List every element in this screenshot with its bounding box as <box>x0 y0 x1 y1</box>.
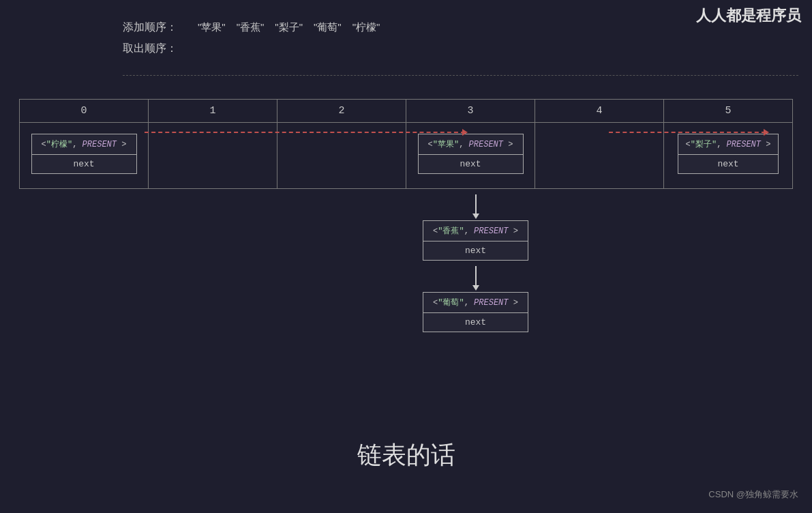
remove-order-label: 取出顺序： <box>123 42 184 56</box>
hash-index-3: 3 <box>406 100 535 123</box>
node-grape-present: PRESENT <box>474 298 508 308</box>
node-top-banana: <"香蕉", PRESENT > <box>423 221 528 241</box>
add-item-3: "葡萄" <box>314 21 342 34</box>
node-0-str: "柠檬" <box>46 140 72 149</box>
add-order-label: 添加顺序： <box>123 20 184 35</box>
hash-index-4: 4 <box>535 100 663 123</box>
hash-cell-content-0: <"柠檬", PRESENT > next <box>20 123 148 184</box>
add-order-row: 添加顺序： "苹果" "香蕉" "梨子" "葡萄" "柠檬" <box>123 20 380 35</box>
logo-text: 人人都是程序员 <box>696 5 801 26</box>
node-next-banana: next <box>423 241 528 260</box>
hash-cell-1: 1 <box>149 100 277 188</box>
node-top-grape: <"葡萄", PRESENT > <box>423 293 528 313</box>
node-next-grape: next <box>423 313 528 332</box>
hash-index-5: 5 <box>664 100 792 123</box>
hash-cell-3: 3 <"苹果", PRESENT > next <box>406 100 535 188</box>
node-top-3: <"苹果", PRESENT > <box>419 134 523 155</box>
add-item-1: "香蕉" <box>237 21 265 34</box>
hash-cell-2: 2 <box>277 100 406 188</box>
add-item-0: "苹果" <box>198 21 226 34</box>
node-3-present: PRESENT <box>469 140 503 149</box>
node-box-grape: <"葡萄", PRESENT > next <box>423 292 528 332</box>
hash-index-0: 0 <box>20 100 148 123</box>
add-order-items: "苹果" "香蕉" "梨子" "葡萄" "柠檬" <box>198 21 380 34</box>
divider-line <box>123 75 798 76</box>
order-section: 添加顺序： "苹果" "香蕉" "梨子" "葡萄" "柠檬" 取出顺序： <box>123 20 380 63</box>
node-next-5: next <box>678 155 778 173</box>
node-next-0: next <box>32 155 136 173</box>
hash-cell-4: 4 <box>535 100 664 188</box>
vertical-chain: <"香蕉", PRESENT > next <"葡萄", PRESENT > n… <box>423 194 528 332</box>
h-arrowhead-3-to-5 <box>764 129 769 136</box>
node-box-5: <"梨子", PRESENT > next <box>678 134 779 174</box>
node-5-str: "梨子" <box>691 140 717 149</box>
v-arrow-1 <box>475 194 477 215</box>
node-top-0: <"柠檬", PRESENT > <box>32 134 136 155</box>
node-box-3: <"苹果", PRESENT > next <box>418 134 524 174</box>
node-5-present: PRESENT <box>727 140 761 149</box>
hash-index-1: 1 <box>149 100 277 123</box>
bottom-credit: CSDN @独角鲸需要水 <box>708 488 798 501</box>
node-grape-str: "葡萄" <box>438 298 464 308</box>
add-item-4: "柠檬" <box>352 21 380 34</box>
v-arrow-2 <box>475 266 477 287</box>
node-banana-str: "香蕉" <box>438 226 464 236</box>
hash-cell-5: 5 <"梨子", PRESENT > next <box>664 100 792 188</box>
hash-cell-0: 0 <"柠檬", PRESENT > next <box>20 100 149 188</box>
bottom-title: 链表的话 <box>0 439 812 472</box>
node-box-banana: <"香蕉", PRESENT > next <box>423 220 528 261</box>
h-arrow-3-to-5 <box>609 132 766 133</box>
remove-order-row: 取出顺序： <box>123 42 380 56</box>
node-next-3: next <box>419 155 523 173</box>
node-box-0: <"柠檬", PRESENT > next <box>31 134 137 174</box>
add-item-2: "梨子" <box>275 21 303 34</box>
hash-index-2: 2 <box>277 100 406 123</box>
node-3-str: "苹果" <box>433 140 459 149</box>
node-banana-present: PRESENT <box>474 226 508 236</box>
h-arrow-0-to-3 <box>145 132 465 133</box>
h-arrowhead-0-to-3 <box>462 129 468 136</box>
node-top-5: <"梨子", PRESENT > <box>678 134 778 155</box>
hash-table: 0 <"柠檬", PRESENT > next 1 2 3 <"苹果", PRE… <box>19 99 793 189</box>
node-0-present: PRESENT <box>82 140 117 149</box>
